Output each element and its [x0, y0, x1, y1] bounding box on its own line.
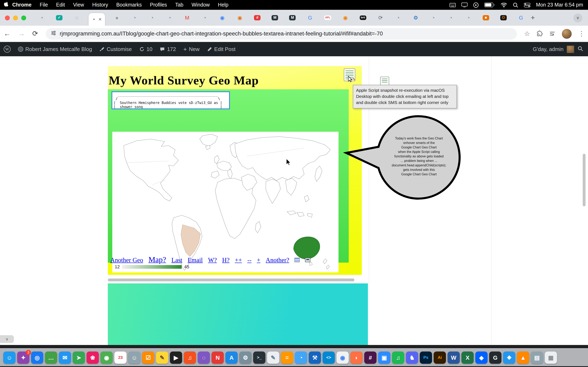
- link-[interactable]: +: [257, 257, 260, 264]
- link-another-geo[interactable]: Another Geo: [110, 257, 143, 264]
- pinned-tab-27[interactable]: G: [518, 15, 524, 20]
- pinned-tab-24[interactable]: ◔: [465, 15, 472, 20]
- dock-trash[interactable]: ▦: [545, 351, 557, 364]
- dock-contacts[interactable]: ☺: [128, 351, 140, 364]
- pinned-tab-4[interactable]: ●: [114, 15, 120, 20]
- dock-firefox[interactable]: ◗: [350, 351, 363, 364]
- pinned-tab-7[interactable]: ◔: [166, 15, 173, 20]
- link-[interactable]: --: [247, 257, 251, 264]
- keyboard-icon[interactable]: [449, 3, 456, 7]
- pinned-tab-5[interactable]: ◔: [131, 15, 138, 20]
- applescript-note-icon-2[interactable]: [380, 77, 389, 86]
- region-europe[interactable]: [217, 161, 232, 171]
- tab-close-button[interactable]: ✕: [98, 17, 102, 22]
- menu-item-file[interactable]: File: [40, 2, 48, 8]
- pinned-tab-1[interactable]: ✓: [56, 15, 62, 20]
- admin-search-icon[interactable]: [577, 46, 583, 53]
- menu-item-view[interactable]: View: [73, 2, 84, 8]
- greeting-label[interactable]: G'day, admin: [533, 46, 563, 52]
- link-email[interactable]: Email: [188, 257, 203, 264]
- region-japan[interactable]: [315, 166, 322, 182]
- dock-tv[interactable]: ▶: [170, 351, 182, 364]
- link-w[interactable]: W?: [208, 257, 217, 264]
- pinned-tab-18[interactable]: brit: [360, 16, 366, 20]
- dock-xcode[interactable]: ⚒: [309, 351, 321, 364]
- pinned-tab-8[interactable]: M: [184, 15, 190, 20]
- dock-photos[interactable]: ❀: [86, 351, 99, 364]
- omnibox[interactable]: rjmprogramming.com.au/ITblog/google-char…: [46, 28, 517, 39]
- menu-item-edit[interactable]: Edit: [56, 2, 65, 8]
- dock-slack[interactable]: #: [364, 351, 376, 364]
- pinned-tab-6[interactable]: ◔: [149, 15, 155, 20]
- dock-music[interactable]: ♫: [184, 351, 196, 364]
- dock-reminders[interactable]: ☑: [142, 351, 154, 364]
- battery-icon[interactable]: [484, 2, 495, 7]
- menu-app-name[interactable]: Chrome: [12, 2, 31, 8]
- link-map[interactable]: Map?: [148, 255, 166, 264]
- back-button[interactable]: ←: [4, 30, 11, 38]
- chart-list-icon[interactable]: [295, 258, 300, 262]
- pinned-tab-26[interactable]: O: [500, 15, 507, 20]
- wp-logo-menu[interactable]: W: [0, 42, 14, 56]
- chrome-menu-icon[interactable]: ⋮: [578, 30, 585, 38]
- menu-item-help[interactable]: Help: [218, 2, 228, 8]
- wifi-icon[interactable]: [501, 3, 507, 7]
- pinned-tab-12[interactable]: #: [254, 15, 261, 20]
- bookmark-star-icon[interactable]: ☆: [524, 30, 530, 38]
- pinned-tab-22[interactable]: ◔: [430, 15, 437, 20]
- site-name-menu[interactable]: Robert James Metcalfe Blog: [14, 42, 96, 56]
- close-window-button[interactable]: [5, 15, 10, 20]
- horizontal-scrollbar[interactable]: [108, 278, 355, 281]
- site-settings-icon[interactable]: [51, 30, 57, 37]
- dock-preview[interactable]: ◔: [295, 351, 307, 364]
- dock-illustrator[interactable]: Ai: [434, 351, 446, 364]
- pinned-tab-2[interactable]: ◌: [73, 15, 80, 20]
- dock-app-store[interactable]: A: [225, 351, 238, 364]
- pinned-tab-21[interactable]: ⚙: [412, 15, 419, 20]
- menu-item-tab[interactable]: Tab: [175, 2, 183, 8]
- link-another[interactable]: Another?: [266, 257, 289, 264]
- dock-vlc[interactable]: ▲: [517, 351, 529, 364]
- link-h[interactable]: H?: [222, 257, 229, 264]
- reload-button[interactable]: ⟳: [32, 29, 38, 38]
- pinned-tab-25[interactable]: ■: [483, 15, 489, 20]
- pinned-tab-19[interactable]: ⟳: [377, 15, 384, 20]
- active-tab[interactable]: ◔✕: [89, 13, 105, 26]
- dock-messages[interactable]: …: [45, 351, 57, 364]
- control-center-icon[interactable]: [524, 3, 530, 7]
- pinned-tab-9[interactable]: ◔: [201, 15, 208, 20]
- region-uk[interactable]: [214, 155, 219, 164]
- pinned-tab-11[interactable]: ◉: [237, 15, 243, 20]
- dock-discord[interactable]: ♞: [406, 351, 418, 364]
- comments-menu[interactable]: 172: [156, 42, 180, 56]
- pinned-tab-23[interactable]: ◔: [448, 15, 454, 20]
- play-icon[interactable]: [473, 2, 478, 8]
- region-greenland[interactable]: [200, 134, 218, 146]
- customise-menu[interactable]: Customise: [96, 42, 136, 56]
- region-indonesia-1[interactable]: [287, 211, 296, 215]
- dock-code-editor[interactable]: <>: [323, 351, 335, 364]
- dock-settings[interactable]: ⚙: [239, 351, 251, 364]
- menu-clock[interactable]: Mon 23 Mar 6:54 pm: [536, 2, 583, 8]
- dock-docker[interactable]: ❖: [503, 351, 515, 364]
- dock-zoom[interactable]: ▣: [378, 351, 390, 364]
- region-indonesia-2[interactable]: [297, 212, 304, 217]
- apple-menu-icon[interactable]: [0, 2, 11, 8]
- vertical-scrollbar[interactable]: [583, 154, 586, 206]
- pinned-tab-17[interactable]: ◉: [342, 15, 349, 20]
- display-icon[interactable]: [461, 2, 467, 7]
- dock-chrome[interactable]: ◉: [337, 351, 349, 364]
- region-se-asia[interactable]: [285, 178, 297, 195]
- media-controls-icon[interactable]: [549, 31, 555, 37]
- dock-mail[interactable]: ✉: [59, 351, 71, 364]
- tab-search-button[interactable]: ∨: [573, 13, 582, 22]
- dock-textedit[interactable]: ✎: [267, 351, 279, 364]
- spotlight-icon[interactable]: [513, 2, 518, 8]
- forward-button[interactable]: →: [18, 30, 25, 38]
- region-iberia[interactable]: [211, 171, 219, 178]
- minimize-window-button[interactable]: [13, 15, 18, 20]
- pinned-tab-0[interactable]: ◔: [38, 15, 45, 20]
- region-indonesia-3[interactable]: [307, 213, 312, 217]
- world-map[interactable]: [112, 132, 338, 272]
- dock-spotify[interactable]: ♫: [392, 351, 404, 364]
